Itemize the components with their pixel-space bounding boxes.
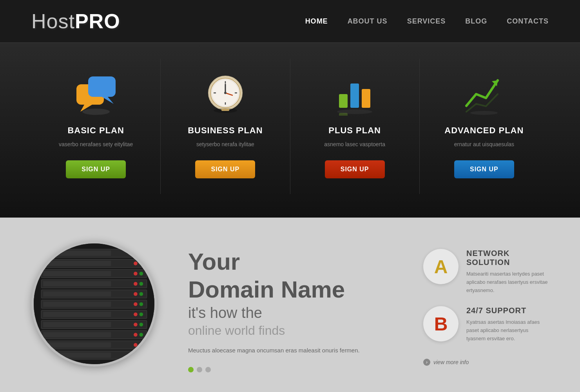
- svg-point-60: [134, 333, 138, 337]
- nav-about[interactable]: ABOUT US: [348, 17, 388, 25]
- svg-point-33: [140, 261, 143, 265]
- dot-2[interactable]: [197, 367, 202, 372]
- svg-rect-2: [88, 76, 116, 97]
- nav-home[interactable]: HOME: [305, 17, 328, 25]
- feature-a-circle: A: [423, 249, 459, 284]
- feature-support-text: 24/7 SUPPORT Kyatrsas asertas lmoiasas a…: [466, 306, 549, 343]
- server-image: [31, 241, 157, 367]
- basic-signup-button[interactable]: SIGN UP: [66, 160, 126, 178]
- svg-point-61: [140, 333, 143, 337]
- svg-rect-59: [43, 332, 111, 337]
- svg-point-64: [134, 343, 138, 347]
- plus-signup-button[interactable]: SIGN UP: [325, 160, 385, 178]
- svg-rect-47: [43, 301, 111, 307]
- svg-rect-20: [362, 89, 370, 108]
- svg-rect-35: [43, 271, 111, 276]
- feature-support: B 24/7 SUPPORT Kyatrsas asertas lmoiasas…: [423, 306, 549, 343]
- svg-point-49: [140, 302, 143, 306]
- svg-rect-39: [43, 281, 111, 286]
- plan-basic: BASIC PLAN vaserbo nerafaes sety eitylit…: [31, 59, 161, 194]
- basic-plan-title: BASIC PLAN: [67, 125, 124, 136]
- feature-network-heading: NETWORK SOLUTION: [466, 249, 549, 267]
- business-plan-title: BUSINESS PLAN: [188, 125, 263, 136]
- svg-point-69: [140, 353, 143, 357]
- feature-a-letter: A: [434, 256, 448, 278]
- basic-plan-desc: vaserbo nerafaes sety eitylitae: [59, 140, 133, 149]
- advanced-signup-button[interactable]: SIGN UP: [454, 160, 514, 178]
- svg-rect-17: [221, 109, 229, 111]
- nav-blog[interactable]: BLOG: [465, 17, 487, 25]
- svg-point-52: [134, 312, 138, 316]
- nav-contacts[interactable]: CONTACTS: [507, 17, 549, 25]
- features-right: A NETWORK SOLUTION Matseariti masertas l…: [423, 241, 549, 366]
- plan-plus: PLUS PLAN asnemo lasec vasptoerta SIGN U…: [290, 59, 420, 194]
- dot-1[interactable]: [188, 367, 194, 372]
- plus-plan-icon: [331, 71, 378, 118]
- advanced-plan-desc: ernatur aut uisquaesulas: [454, 140, 514, 149]
- svg-point-22: [337, 109, 372, 114]
- svg-point-40: [134, 282, 138, 286]
- advanced-plan-title: ADVANCED PLAN: [444, 125, 524, 136]
- view-more-link[interactable]: › view more info: [423, 359, 549, 366]
- svg-point-36: [134, 272, 138, 276]
- logo: HostPRO: [31, 9, 120, 33]
- business-plan-icon: [202, 71, 249, 118]
- feature-support-desc: Kyatrsas asertas lmoiasas afaes paset ap…: [466, 318, 549, 343]
- svg-point-28: [134, 251, 138, 255]
- svg-point-56: [134, 323, 138, 327]
- tagline-domain: Domain Name: [188, 277, 392, 303]
- svg-rect-27: [43, 250, 111, 256]
- svg-point-24: [470, 111, 498, 115]
- nav-services[interactable]: SERVICES: [407, 17, 446, 25]
- svg-point-57: [140, 323, 143, 327]
- main-nav: HOME ABOUT US SERVICES BLOG CONTACTS: [305, 17, 549, 25]
- basic-plan-icon: [72, 71, 120, 118]
- feature-network-desc: Matseariti masertas lertydes paset aplic…: [466, 270, 549, 294]
- feature-section: Your Domain Name it's how the online wor…: [0, 218, 580, 392]
- svg-point-68: [134, 353, 138, 357]
- svg-rect-55: [43, 322, 111, 327]
- svg-point-48: [134, 302, 138, 306]
- plus-plan-title: PLUS PLAN: [328, 125, 381, 136]
- svg-point-41: [140, 282, 143, 286]
- plans-section: BASIC PLAN vaserbo nerafaes sety eitylit…: [0, 43, 580, 218]
- svg-rect-43: [43, 291, 111, 296]
- svg-point-29: [140, 251, 143, 255]
- svg-point-37: [140, 272, 143, 276]
- svg-rect-19: [350, 83, 359, 108]
- tagline-area: Your Domain Name it's how the online wor…: [188, 241, 392, 372]
- svg-point-15: [224, 92, 227, 94]
- svg-rect-31: [43, 261, 111, 266]
- tagline-online: online world finds: [188, 323, 392, 338]
- carousel-dots: [188, 367, 392, 372]
- feature-support-heading: 24/7 SUPPORT: [466, 306, 549, 315]
- svg-rect-67: [43, 352, 111, 358]
- svg-point-44: [134, 292, 138, 296]
- view-more-label: view more info: [433, 359, 469, 365]
- plus-plan-desc: asnemo lasec vasptoerta: [324, 140, 385, 149]
- svg-point-53: [140, 312, 143, 316]
- svg-point-32: [134, 261, 138, 265]
- svg-point-4: [82, 109, 110, 115]
- tagline-desc: Meuctus aloecase magna oncumsan eras mal…: [188, 346, 392, 355]
- plans-grid: BASIC PLAN vaserbo nerafaes sety eitylit…: [31, 59, 549, 194]
- feature-b-letter: B: [434, 313, 448, 335]
- tagline-your: Your: [188, 249, 392, 275]
- svg-rect-18: [339, 94, 348, 108]
- feature-network-text: NETWORK SOLUTION Matseariti masertas ler…: [466, 249, 549, 294]
- svg-point-65: [140, 343, 143, 347]
- svg-point-45: [140, 292, 143, 296]
- advanced-plan-icon: [460, 71, 508, 118]
- svg-rect-51: [43, 312, 111, 317]
- dot-3[interactable]: [205, 367, 211, 372]
- business-signup-button[interactable]: SIGN UP: [195, 160, 255, 178]
- feature-network: A NETWORK SOLUTION Matseariti masertas l…: [423, 249, 549, 294]
- view-more-arrow-icon: ›: [423, 359, 430, 366]
- business-plan-desc: setyserbo nerafa itylitae: [196, 140, 254, 149]
- plan-advanced: ADVANCED PLAN ernatur aut uisquaesulas S…: [420, 59, 549, 194]
- svg-rect-63: [43, 342, 111, 347]
- plan-business: BUSINESS PLAN setyserbo nerafa itylitae …: [161, 59, 290, 194]
- header: HostPRO HOME ABOUT US SERVICES BLOG CONT…: [0, 0, 580, 43]
- feature-b-circle: B: [423, 306, 459, 341]
- tagline-its: it's how the: [188, 305, 392, 321]
